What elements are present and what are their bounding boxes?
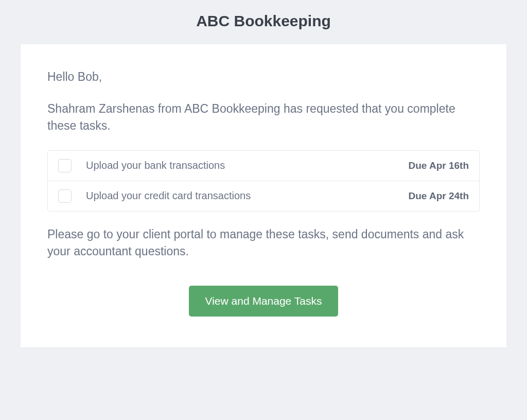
task-checkbox[interactable]: [58, 159, 72, 172]
email-card: Hello Bob, Shahram Zarshenas from ABC Bo…: [21, 44, 506, 347]
task-list: Upload your bank transactions Due Apr 16…: [47, 150, 480, 212]
task-row: Upload your credit card transactions Due…: [48, 181, 479, 211]
task-row: Upload your bank transactions Due Apr 16…: [48, 151, 479, 181]
task-due-date: Due Apr 16th: [408, 160, 469, 171]
task-checkbox[interactable]: [58, 189, 72, 203]
view-manage-tasks-button[interactable]: View and Manage Tasks: [189, 286, 339, 317]
task-title: Upload your bank transactions: [86, 160, 400, 171]
task-title: Upload your credit card transactions: [86, 190, 400, 202]
page-title: ABC Bookkeeping: [0, 0, 527, 44]
task-due-date: Due Apr 24th: [408, 190, 469, 202]
greeting-text: Hello Bob,: [47, 70, 480, 84]
instructions-text: Please go to your client portal to manag…: [47, 226, 480, 260]
intro-text: Shahram Zarshenas from ABC Bookkeeping h…: [47, 100, 480, 135]
cta-wrap: View and Manage Tasks: [47, 286, 480, 317]
